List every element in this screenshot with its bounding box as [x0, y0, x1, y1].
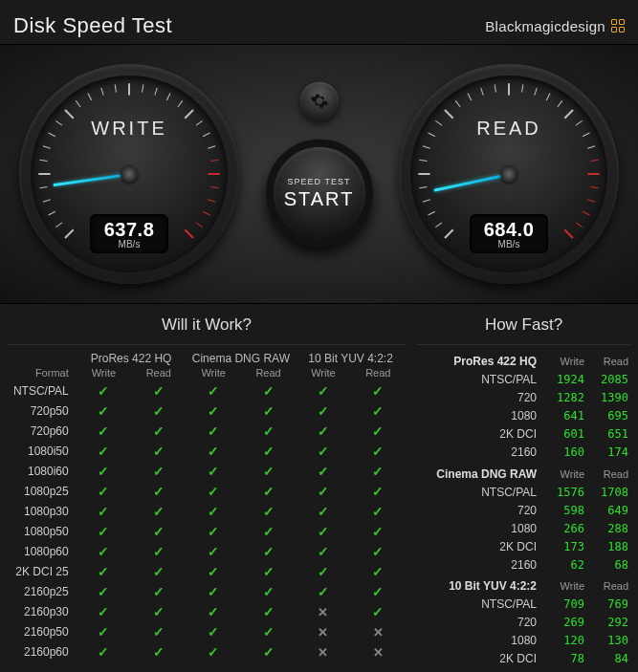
svg-line-45 — [495, 84, 495, 92]
check-icon: ✓ — [318, 544, 329, 559]
check-icon: ✓ — [153, 564, 165, 579]
result-cell: ✓ — [241, 642, 296, 662]
write-value-cell: 269 — [542, 614, 586, 632]
result-cell: ✓ — [296, 562, 350, 582]
write-value-cell: 173 — [542, 537, 586, 555]
result-cell: ✓ — [131, 502, 186, 522]
result-cell: ✓ — [186, 482, 240, 502]
check-icon: ✓ — [98, 484, 109, 499]
check-icon: ✓ — [208, 544, 219, 559]
result-cell: ✓ — [241, 401, 296, 422]
read-value-cell: 288 — [586, 519, 630, 537]
result-cell: ✕ — [351, 642, 406, 662]
check-icon: ✓ — [153, 584, 165, 599]
result-cell: ✓ — [186, 522, 240, 542]
format-cell: 1080 — [417, 519, 542, 537]
svg-line-58 — [587, 200, 595, 203]
check-icon: ✓ — [153, 504, 165, 519]
svg-line-28 — [203, 211, 209, 215]
svg-line-24 — [210, 160, 218, 161]
write-value-cell: 160 — [542, 444, 586, 462]
svg-line-33 — [429, 211, 435, 215]
result-cell: ✓ — [131, 602, 186, 622]
cross-icon: ✕ — [318, 625, 328, 639]
sub-header: Write — [542, 349, 586, 371]
format-cell: 720p50 — [8, 401, 77, 422]
format-cell: 1080p60 — [8, 542, 77, 562]
result-cell: ✓ — [77, 642, 131, 662]
svg-line-61 — [564, 229, 573, 238]
result-cell: ✓ — [186, 542, 240, 562]
result-cell: ✓ — [131, 381, 186, 401]
check-icon: ✓ — [153, 644, 165, 660]
result-cell: ✓ — [77, 442, 131, 462]
result-cell: ✓ — [77, 542, 131, 562]
check-icon: ✓ — [208, 504, 219, 519]
write-value-cell: 62 — [542, 555, 586, 574]
check-icon: ✓ — [263, 564, 275, 579]
result-cell: ✓ — [296, 542, 350, 562]
svg-line-14 — [115, 84, 116, 92]
write-value-cell: 78 — [542, 650, 586, 668]
result-cell: ✓ — [241, 442, 296, 462]
write-unit: MB/s — [91, 239, 167, 249]
sub-header: Read — [351, 365, 406, 381]
result-cell: ✓ — [351, 462, 406, 482]
check-icon: ✓ — [372, 524, 384, 539]
read-value-cell: 188 — [586, 537, 630, 555]
cross-icon: ✕ — [373, 645, 384, 660]
check-icon: ✓ — [263, 383, 275, 399]
check-icon: ✓ — [372, 544, 384, 559]
svg-line-31 — [445, 229, 453, 238]
result-cell: ✓ — [77, 582, 131, 602]
result-cell: ✓ — [351, 442, 406, 462]
check-icon: ✓ — [263, 484, 275, 499]
check-icon: ✓ — [98, 584, 109, 599]
read-value-cell: 2085 — [586, 371, 630, 389]
table-row: 1080120130 — [417, 632, 630, 650]
check-icon: ✓ — [318, 584, 329, 599]
result-cell: ✓ — [131, 542, 186, 562]
result-cell: ✓ — [77, 462, 131, 482]
format-cell: 2160p60 — [8, 642, 77, 662]
read-value-cell: 649 — [586, 501, 630, 519]
read-value-cell: 1390 — [586, 389, 630, 407]
check-icon: ✓ — [98, 564, 109, 579]
settings-button[interactable] — [300, 82, 339, 120]
format-cell: 720 — [417, 614, 542, 632]
check-icon: ✓ — [263, 624, 275, 639]
result-cell: ✓ — [351, 381, 406, 401]
check-icon: ✓ — [263, 423, 275, 439]
table-row: 2160p50✓✓✓✓✕✕ — [8, 622, 406, 642]
table-row: 1080i50✓✓✓✓✓✓ — [8, 442, 406, 462]
write-value-cell: 709 — [542, 596, 586, 614]
start-button[interactable]: SPEED TEST START — [266, 140, 373, 247]
svg-line-13 — [101, 88, 104, 96]
check-icon: ✓ — [372, 403, 384, 419]
result-cell: ✓ — [241, 622, 296, 642]
read-value: 684.0 — [471, 219, 547, 241]
svg-line-23 — [208, 146, 215, 149]
format-cell: 720 — [417, 501, 542, 519]
result-cell: ✓ — [241, 562, 296, 582]
how-fast-title: How Fast? — [417, 314, 630, 345]
check-icon: ✓ — [98, 604, 109, 619]
format-cell: 2160 — [417, 555, 542, 574]
result-cell: ✓ — [131, 462, 186, 482]
result-cell: ✓ — [186, 622, 240, 642]
gauges-area: WRITE 637.8 MB/s READ 684.0 MB/s SPEED — [0, 44, 638, 304]
format-cell: 1080p25 — [8, 482, 77, 502]
svg-line-4 — [39, 187, 47, 188]
result-cell: ✓ — [296, 422, 350, 442]
check-icon: ✓ — [153, 464, 165, 479]
svg-line-32 — [435, 223, 442, 228]
result-cell: ✓ — [77, 482, 131, 502]
check-icon: ✓ — [208, 464, 219, 479]
table-row: 2160p30✓✓✓✓✕✓ — [8, 602, 406, 622]
svg-line-12 — [88, 94, 92, 100]
format-cell: NTSC/PAL — [417, 483, 542, 501]
check-icon: ✓ — [98, 383, 109, 399]
result-cell: ✓ — [186, 381, 240, 401]
result-cell: ✓ — [186, 422, 240, 442]
format-cell: 2160 — [417, 444, 542, 462]
